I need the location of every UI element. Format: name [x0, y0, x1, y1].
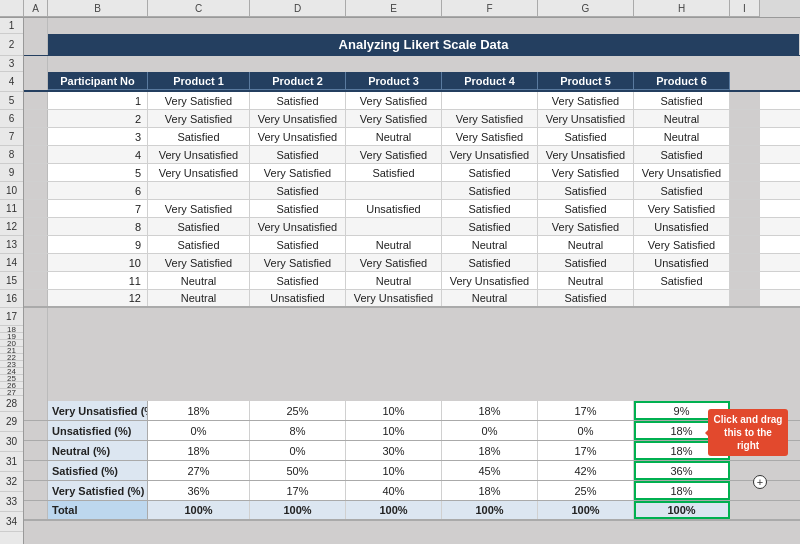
col-header-f: F — [442, 0, 538, 17]
spreadsheet-title: Analyzing Likert Scale Data — [48, 34, 800, 55]
summary-row-very-unsatisfied: Very Unsatisfied (%) 18% 25% 10% 18% 17%… — [24, 401, 800, 421]
table-row: 7 Very Satisfied Satisfied Unsatisfied S… — [24, 200, 800, 218]
table-row: 11 Neutral Satisfied Neutral Very Unsati… — [24, 272, 800, 290]
col-header-e: E — [346, 0, 442, 17]
summary-row-very-satisfied: Very Satisfied (%) 36% 17% 40% 18% 25% 1… — [24, 481, 800, 501]
table-row: 9 Satisfied Satisfied Neutral Neutral Ne… — [24, 236, 800, 254]
table-row: 4 Very Unsatisfied Satisfied Very Satisf… — [24, 146, 800, 164]
header-participant-no: Participant No — [48, 72, 148, 90]
col-header-a: A — [24, 0, 48, 17]
header-product4: Product 4 — [442, 72, 538, 90]
table-row: 10 Very Satisfied Very Satisfied Very Sa… — [24, 254, 800, 272]
table-row: 6 Satisfied Satisfied Satisfied Satisfie… — [24, 182, 800, 200]
header-product5: Product 5 — [538, 72, 634, 90]
grid-area: Analyzing Likert Scale Data Participant … — [24, 18, 800, 544]
summary-row-neutral: Neutral (%) 18% 0% 30% 18% 17% 18% — [24, 441, 800, 461]
summary-row-unsatisfied: Unsatisfied (%) 0% 8% 10% 0% 0% 18% — [24, 421, 800, 441]
callout-tooltip: Click and drag this to the right — [708, 409, 788, 456]
table-row: 2 Very Satisfied Very Unsatisfied Very S… — [24, 110, 800, 128]
expand-icon[interactable]: + — [753, 475, 767, 489]
table-row: 8 Satisfied Very Unsatisfied Satisfied V… — [24, 218, 800, 236]
col-header-h: H — [634, 0, 730, 17]
summary-row-satisfied: Satisfied (%) 27% 50% 10% 45% 42% 36% — [24, 461, 800, 481]
total-row: Total 100% 100% 100% 100% 100% 100% — [24, 501, 800, 521]
table-row: 1 Very Satisfied Satisfied Very Satisfie… — [24, 92, 800, 110]
table-row: 5 Very Unsatisfied Very Satisfied Satisf… — [24, 164, 800, 182]
table-row: 12 Neutral Unsatisfied Very Unsatisfied … — [24, 290, 800, 308]
col-header-g: G — [538, 0, 634, 17]
table-row: 3 Satisfied Very Unsatisfied Neutral Ver… — [24, 128, 800, 146]
header-product6: Product 6 — [634, 72, 730, 90]
header-product2: Product 2 — [250, 72, 346, 90]
col-header-i: I — [730, 0, 760, 17]
col-header-b: B — [48, 0, 148, 17]
header-product1: Product 1 — [148, 72, 250, 90]
header-product3: Product 3 — [346, 72, 442, 90]
row-headers: 1 2 3 4 5 6 7 8 9 10 11 12 13 14 15 16 1… — [0, 18, 24, 544]
col-header-d: D — [250, 0, 346, 17]
col-header-c: C — [148, 0, 250, 17]
